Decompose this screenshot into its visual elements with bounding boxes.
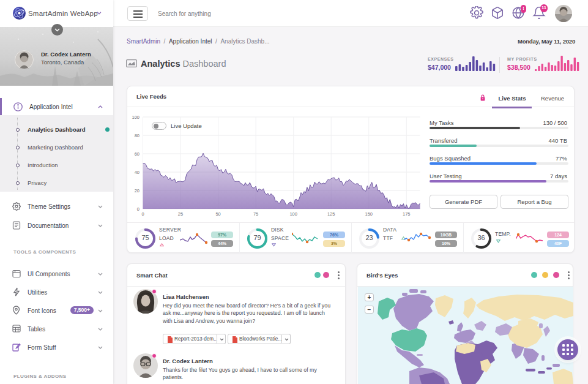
svg-text:150: 150 xyxy=(365,211,373,217)
svg-text:100: 100 xyxy=(132,115,140,120)
svg-text:25: 25 xyxy=(178,211,183,217)
svg-text:75: 75 xyxy=(253,211,258,217)
svg-text:175: 175 xyxy=(403,211,411,217)
svg-text:20: 20 xyxy=(135,188,140,194)
svg-text:125: 125 xyxy=(327,211,335,217)
svg-text:40: 40 xyxy=(135,170,140,175)
svg-text:0: 0 xyxy=(137,206,140,212)
svg-text:100: 100 xyxy=(289,211,297,217)
svg-text:0: 0 xyxy=(141,211,144,217)
svg-text:60: 60 xyxy=(135,151,140,157)
svg-text:50: 50 xyxy=(215,211,220,217)
svg-text:80: 80 xyxy=(135,133,140,138)
